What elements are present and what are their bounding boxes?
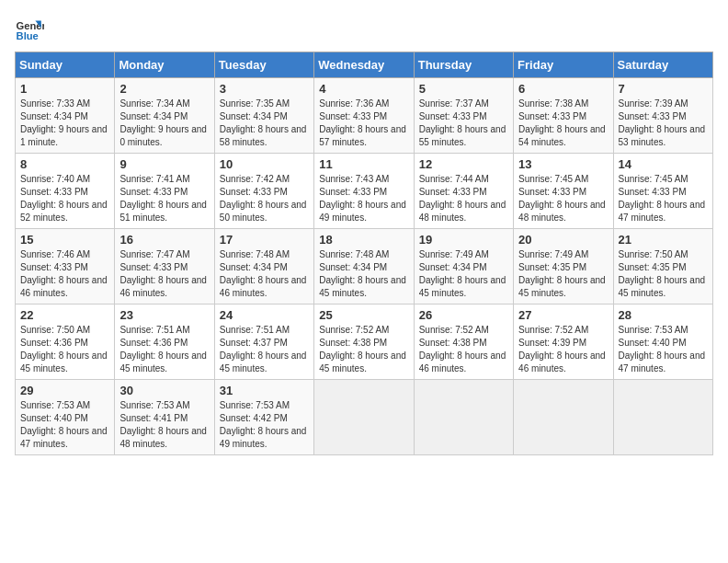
calendar-cell: 1 Sunrise: 7:33 AM Sunset: 4:34 PM Dayli… [16, 78, 115, 154]
day-info: Sunrise: 7:53 AM Sunset: 4:42 PM Dayligh… [220, 399, 309, 451]
day-number: 26 [419, 308, 508, 322]
sunrise-info: Sunrise: 7:53 AM [119, 399, 209, 412]
day-info: Sunrise: 7:52 AM Sunset: 4:38 PM Dayligh… [319, 324, 408, 375]
calendar-cell: 8 Sunrise: 7:40 AM Sunset: 4:33 PM Dayli… [16, 154, 115, 229]
day-number: 25 [319, 308, 408, 322]
daylight-info: Daylight: 8 hours and 45 minutes. [419, 274, 508, 300]
daylight-info: Daylight: 8 hours and 48 minutes. [419, 199, 508, 224]
logo-icon: General Blue [15, 15, 44, 44]
calendar-cell: 10 Sunrise: 7:42 AM Sunset: 4:33 PM Dayl… [214, 154, 313, 229]
calendar-cell: 30 Sunrise: 7:53 AM Sunset: 4:41 PM Dayl… [115, 380, 214, 455]
sunrise-info: Sunrise: 7:45 AM [619, 173, 708, 186]
day-info: Sunrise: 7:44 AM Sunset: 4:33 PM Dayligh… [419, 173, 508, 224]
sunset-info: Sunset: 4:33 PM [20, 261, 109, 274]
daylight-info: Daylight: 8 hours and 55 minutes. [419, 123, 508, 149]
daylight-info: Daylight: 8 hours and 45 minutes. [220, 350, 309, 375]
sunrise-info: Sunrise: 7:48 AM [220, 248, 309, 261]
calendar-cell: 27 Sunrise: 7:52 AM Sunset: 4:39 PM Dayl… [514, 304, 613, 380]
calendar-cell [613, 380, 712, 455]
calendar-cell [314, 380, 414, 455]
calendar-cell: 22 Sunrise: 7:50 AM Sunset: 4:36 PM Dayl… [16, 304, 115, 380]
daylight-info: Daylight: 8 hours and 58 minutes. [220, 123, 309, 149]
sunrise-info: Sunrise: 7:34 AM [119, 98, 209, 110]
day-number: 14 [619, 157, 708, 171]
sunset-info: Sunset: 4:34 PM [220, 110, 309, 123]
day-info: Sunrise: 7:49 AM Sunset: 4:35 PM Dayligh… [518, 248, 608, 300]
sunrise-info: Sunrise: 7:35 AM [220, 98, 309, 110]
day-info: Sunrise: 7:53 AM Sunset: 4:41 PM Dayligh… [119, 399, 209, 451]
calendar-cell: 19 Sunrise: 7:49 AM Sunset: 4:34 PM Dayl… [414, 229, 513, 304]
sunset-info: Sunset: 4:34 PM [220, 261, 309, 274]
sunrise-info: Sunrise: 7:37 AM [419, 98, 508, 110]
sunset-info: Sunset: 4:36 PM [20, 337, 109, 350]
sunrise-info: Sunrise: 7:43 AM [319, 173, 408, 186]
day-info: Sunrise: 7:33 AM Sunset: 4:34 PM Dayligh… [20, 98, 109, 149]
sunset-info: Sunset: 4:36 PM [119, 337, 209, 350]
header: General Blue [15, 15, 713, 44]
calendar-week-row: 29 Sunrise: 7:53 AM Sunset: 4:40 PM Dayl… [16, 380, 713, 455]
calendar-cell: 12 Sunrise: 7:44 AM Sunset: 4:33 PM Dayl… [414, 154, 513, 229]
calendar-cell: 20 Sunrise: 7:49 AM Sunset: 4:35 PM Dayl… [514, 229, 613, 304]
sunrise-info: Sunrise: 7:53 AM [20, 399, 109, 412]
day-info: Sunrise: 7:49 AM Sunset: 4:34 PM Dayligh… [419, 248, 508, 300]
sunset-info: Sunset: 4:34 PM [20, 110, 109, 123]
weekday-header: Friday [514, 52, 613, 78]
day-number: 12 [419, 157, 508, 171]
calendar-cell: 7 Sunrise: 7:39 AM Sunset: 4:33 PM Dayli… [613, 78, 712, 154]
sunrise-info: Sunrise: 7:33 AM [20, 98, 109, 110]
day-number: 17 [220, 233, 309, 247]
calendar-cell: 25 Sunrise: 7:52 AM Sunset: 4:38 PM Dayl… [314, 304, 414, 380]
calendar-cell: 11 Sunrise: 7:43 AM Sunset: 4:33 PM Dayl… [314, 154, 414, 229]
day-info: Sunrise: 7:39 AM Sunset: 4:33 PM Dayligh… [619, 98, 708, 149]
day-number: 1 [20, 82, 109, 96]
sunrise-info: Sunrise: 7:45 AM [518, 173, 608, 186]
daylight-info: Daylight: 8 hours and 45 minutes. [20, 350, 109, 375]
calendar-cell: 28 Sunrise: 7:53 AM Sunset: 4:40 PM Dayl… [613, 304, 712, 380]
day-info: Sunrise: 7:50 AM Sunset: 4:35 PM Dayligh… [619, 248, 708, 300]
sunrise-info: Sunrise: 7:50 AM [619, 248, 708, 261]
day-number: 13 [518, 157, 608, 171]
calendar-cell: 21 Sunrise: 7:50 AM Sunset: 4:35 PM Dayl… [613, 229, 712, 304]
daylight-info: Daylight: 9 hours and 0 minutes. [119, 123, 209, 149]
svg-text:Blue: Blue [17, 30, 39, 41]
sunset-info: Sunset: 4:33 PM [419, 110, 508, 123]
sunrise-info: Sunrise: 7:50 AM [20, 324, 109, 337]
daylight-info: Daylight: 8 hours and 45 minutes. [319, 350, 408, 375]
calendar-cell: 4 Sunrise: 7:36 AM Sunset: 4:33 PM Dayli… [314, 78, 414, 154]
day-info: Sunrise: 7:42 AM Sunset: 4:33 PM Dayligh… [220, 173, 309, 224]
daylight-info: Daylight: 8 hours and 53 minutes. [619, 123, 708, 149]
day-info: Sunrise: 7:35 AM Sunset: 4:34 PM Dayligh… [220, 98, 309, 149]
calendar-cell [514, 380, 613, 455]
daylight-info: Daylight: 8 hours and 50 minutes. [220, 199, 309, 224]
sunrise-info: Sunrise: 7:52 AM [419, 324, 508, 337]
daylight-info: Daylight: 8 hours and 48 minutes. [518, 199, 608, 224]
sunset-info: Sunset: 4:35 PM [619, 261, 708, 274]
day-number: 22 [20, 308, 109, 322]
day-number: 21 [619, 233, 708, 247]
day-info: Sunrise: 7:45 AM Sunset: 4:33 PM Dayligh… [518, 173, 608, 224]
day-info: Sunrise: 7:41 AM Sunset: 4:33 PM Dayligh… [119, 173, 209, 224]
calendar-cell: 5 Sunrise: 7:37 AM Sunset: 4:33 PM Dayli… [414, 78, 513, 154]
calendar-cell: 15 Sunrise: 7:46 AM Sunset: 4:33 PM Dayl… [16, 229, 115, 304]
sunrise-info: Sunrise: 7:36 AM [319, 98, 408, 110]
day-number: 11 [319, 157, 408, 171]
sunset-info: Sunset: 4:33 PM [619, 110, 708, 123]
day-number: 27 [518, 308, 608, 322]
sunrise-info: Sunrise: 7:49 AM [419, 248, 508, 261]
sunrise-info: Sunrise: 7:42 AM [220, 173, 309, 186]
day-info: Sunrise: 7:51 AM Sunset: 4:36 PM Dayligh… [119, 324, 209, 375]
daylight-info: Daylight: 8 hours and 49 minutes. [319, 199, 408, 224]
sunset-info: Sunset: 4:34 PM [419, 261, 508, 274]
day-number: 15 [20, 233, 109, 247]
day-info: Sunrise: 7:40 AM Sunset: 4:33 PM Dayligh… [20, 173, 109, 224]
sunrise-info: Sunrise: 7:52 AM [319, 324, 408, 337]
day-number: 18 [319, 233, 408, 247]
weekday-header: Tuesday [214, 52, 313, 78]
day-info: Sunrise: 7:36 AM Sunset: 4:33 PM Dayligh… [319, 98, 408, 149]
day-number: 7 [619, 82, 708, 96]
calendar-cell: 23 Sunrise: 7:51 AM Sunset: 4:36 PM Dayl… [115, 304, 214, 380]
sunset-info: Sunset: 4:42 PM [220, 412, 309, 425]
sunset-info: Sunset: 4:33 PM [319, 186, 408, 199]
day-number: 30 [119, 384, 209, 397]
day-number: 19 [419, 233, 508, 247]
